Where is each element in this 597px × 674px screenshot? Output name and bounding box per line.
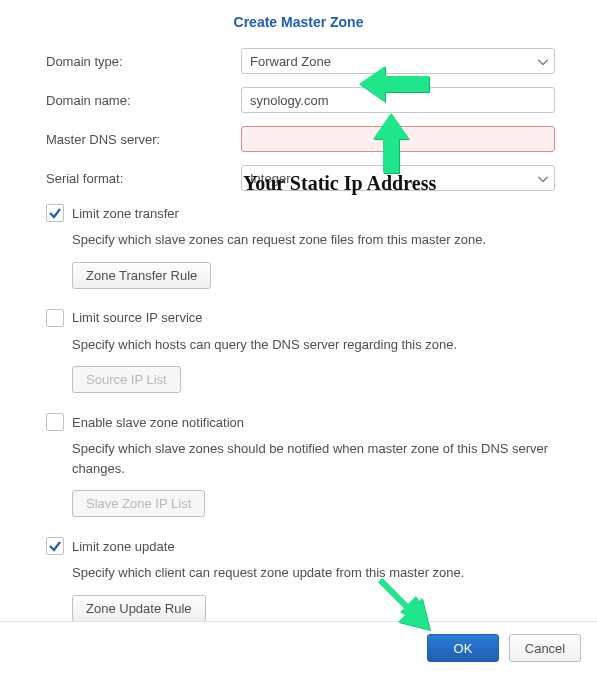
checkbox-limit-transfer[interactable] bbox=[46, 204, 64, 222]
select-serial-format-value: Integer bbox=[250, 171, 290, 186]
label-limit-transfer: Limit zone transfer bbox=[72, 206, 179, 221]
select-domain-type-value: Forward Zone bbox=[250, 54, 331, 69]
input-master-dns[interactable] bbox=[241, 126, 555, 152]
section-enable-slave-notify: Enable slave zone notification Specify w… bbox=[46, 413, 555, 531]
checkbox-enable-slave-notify[interactable] bbox=[46, 413, 64, 431]
ok-button[interactable]: OK bbox=[427, 634, 499, 662]
label-domain-name: Domain name: bbox=[46, 93, 241, 108]
label-serial-format: Serial format: bbox=[46, 171, 241, 186]
label-limit-update: Limit zone update bbox=[72, 539, 175, 554]
helper-limit-transfer: Specify which slave zones can request zo… bbox=[72, 230, 555, 250]
row-domain-type: Domain type: Forward Zone bbox=[46, 48, 555, 74]
checkbox-limit-update[interactable] bbox=[46, 537, 64, 555]
label-domain-type: Domain type: bbox=[46, 54, 241, 69]
select-domain-type[interactable]: Forward Zone bbox=[241, 48, 555, 74]
section-limit-transfer: Limit zone transfer Specify which slave … bbox=[46, 204, 555, 303]
label-master-dns: Master DNS server: bbox=[46, 132, 241, 147]
zone-transfer-rule-button[interactable]: Zone Transfer Rule bbox=[72, 262, 211, 289]
select-serial-format[interactable]: Integer bbox=[241, 165, 555, 191]
slave-zone-ip-list-button[interactable]: Slave Zone IP List bbox=[72, 490, 205, 517]
section-limit-source-ip: Limit source IP service Specify which ho… bbox=[46, 309, 555, 408]
dialog-title: Create Master Zone bbox=[0, 0, 597, 48]
row-domain-name: Domain name: synology.com bbox=[46, 87, 555, 113]
source-ip-list-button[interactable]: Source IP List bbox=[72, 366, 181, 393]
form-content: Domain type: Forward Zone Domain name: s… bbox=[0, 48, 597, 636]
zone-update-rule-button[interactable]: Zone Update Rule bbox=[72, 595, 206, 622]
row-serial-format: Serial format: Integer bbox=[46, 165, 555, 191]
helper-limit-update: Specify which client can request zone up… bbox=[72, 563, 555, 583]
label-limit-source-ip: Limit source IP service bbox=[72, 310, 203, 325]
helper-enable-slave-notify: Specify which slave zones should be noti… bbox=[72, 439, 555, 478]
checkbox-limit-source-ip[interactable] bbox=[46, 309, 64, 327]
row-master-dns: Master DNS server: bbox=[46, 126, 555, 152]
input-domain-name[interactable]: synology.com bbox=[241, 87, 555, 113]
helper-limit-source-ip: Specify which hosts can query the DNS se… bbox=[72, 335, 555, 355]
dialog-footer: OK Cancel bbox=[0, 621, 597, 674]
label-enable-slave-notify: Enable slave zone notification bbox=[72, 415, 244, 430]
cancel-button[interactable]: Cancel bbox=[509, 634, 581, 662]
